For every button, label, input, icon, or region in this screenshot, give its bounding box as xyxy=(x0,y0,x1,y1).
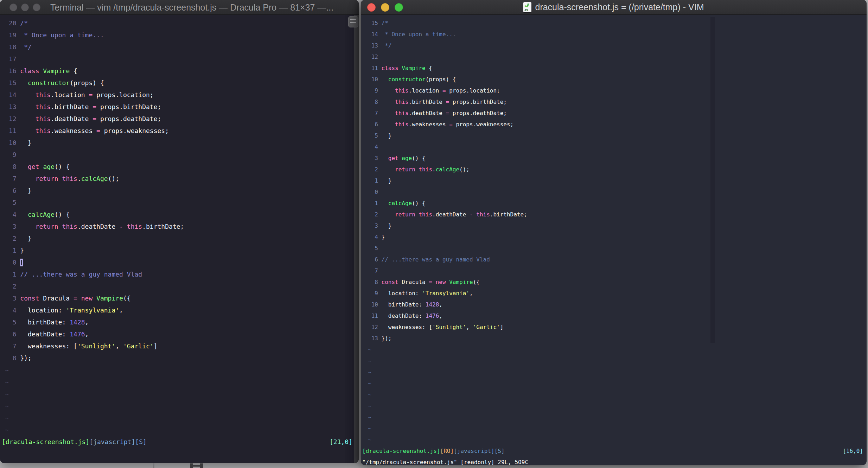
code-line: 8 this.birthDate = props.birthDate; xyxy=(368,96,863,108)
code-line: 4 xyxy=(368,141,863,153)
tilde-line: ~ xyxy=(368,344,863,355)
code-line: 3 } xyxy=(368,220,863,232)
tilde-line: ~ xyxy=(368,400,863,412)
code-line: 3const Dracula = new Vampire({ xyxy=(5,292,352,304)
code-line: 2 xyxy=(5,280,352,292)
code-line: 12 this.deathDate = props.deathDate; xyxy=(5,113,352,125)
code-line: 5 xyxy=(5,197,352,209)
vim-buffer-left[interactable]: 20/*19 * Once upon a time...18 */1716cla… xyxy=(0,15,359,463)
tilde-line: ~ xyxy=(368,378,863,389)
code-line: 8}); xyxy=(5,352,352,364)
code-line: 2 return this.deathDate - this.birthDate… xyxy=(368,209,863,220)
vim-command-line xyxy=(5,448,352,460)
code-line: 5 birthDate: 1428, xyxy=(5,316,352,328)
code-line: 7 xyxy=(368,265,863,277)
desktop-artifact-mark xyxy=(190,463,203,468)
code-line: 4 calcAge() { xyxy=(5,209,352,221)
code-line: 19 * Once upon a time... xyxy=(5,29,352,41)
code-line: 14 this.location = props.location; xyxy=(5,89,352,101)
code-line: 8 get age() { xyxy=(5,161,352,173)
code-line: 5 xyxy=(368,243,863,254)
tilde-line: ~ xyxy=(368,367,863,378)
code-line: 10 constructor(props) { xyxy=(368,74,863,85)
code-line: 2 return this.calcAge(); xyxy=(368,164,863,175)
close-button[interactable] xyxy=(9,4,17,11)
vim-cursor xyxy=(20,259,23,266)
window-title: dracula-screenshot.js = (/private/tmp) -… xyxy=(535,2,704,12)
code-line: 7 weaknesses: ['Sunlight', 'Garlic'] xyxy=(5,340,352,352)
tilde-line: ~ xyxy=(5,424,352,436)
code-line: 15/* xyxy=(368,18,863,29)
code-line: 1// ...there was a guy named Vlad xyxy=(5,268,352,280)
terminal-window: Terminal — vim /tmp/dracula-screenshot.j… xyxy=(0,0,359,463)
vim-command-line: "/tmp/dracula-screenshot.js" [readonly] … xyxy=(362,457,863,465)
code-line: 15 constructor(props) { xyxy=(5,77,352,89)
code-line: 6 } xyxy=(5,185,352,197)
vim-buffer-right[interactable]: 15/*14 * Once upon a time...13 */1211cla… xyxy=(361,15,867,465)
tilde-line: ~ xyxy=(368,423,863,434)
tilde-line: ~ xyxy=(5,364,352,376)
code-line: 16class Vampire { xyxy=(5,65,352,77)
tilde-line: ~ xyxy=(368,434,863,445)
vim-statusline: [dracula-screenshot.js][RO][javascript][… xyxy=(362,445,863,457)
code-line: 7 return this.calcAge(); xyxy=(5,173,352,185)
code-line: 14 * Once upon a time... xyxy=(368,29,863,40)
code-line: 18 */ xyxy=(5,41,352,53)
code-line: 5 } xyxy=(368,130,863,141)
js-document-icon: JS xyxy=(523,2,531,12)
minimize-button[interactable] xyxy=(21,4,29,11)
tilde-line: ~ xyxy=(5,412,352,424)
tilde-line: ~ xyxy=(368,389,863,400)
code-line: 3 get age() { xyxy=(368,153,863,164)
code-line: 2 } xyxy=(5,233,352,245)
code-line: 6// ...there was a guy named Vlad xyxy=(368,254,863,265)
desktop-artifact-line xyxy=(153,463,154,468)
code-line: 12 weaknesses: ['Sunlight', 'Garlic'] xyxy=(368,322,863,333)
tilde-line: ~ xyxy=(5,376,352,388)
code-line: 17 xyxy=(5,53,352,65)
code-line: 7 this.deathDate = props.deathDate; xyxy=(368,108,863,119)
macvim-window: JS dracula-screenshot.js = (/private/tmp… xyxy=(361,0,867,465)
code-line: 13}); xyxy=(368,333,863,344)
code-line: 11 deathDate: 1476, xyxy=(368,310,863,322)
zoom-button[interactable] xyxy=(33,4,40,11)
code-line: 9 xyxy=(5,149,352,161)
code-line: 10 } xyxy=(5,137,352,149)
code-line: 1 calcAge() { xyxy=(368,198,863,209)
window-title: Terminal — vim /tmp/dracula-screenshot.j… xyxy=(50,0,333,15)
code-line: 0 xyxy=(368,186,863,198)
code-line: 4} xyxy=(368,232,863,243)
code-line: 1} xyxy=(5,245,352,257)
code-line: 9 this.location = props.location; xyxy=(368,85,863,96)
tilde-line: ~ xyxy=(368,355,863,367)
tilde-line: ~ xyxy=(5,388,352,400)
tilde-line: ~ xyxy=(5,400,352,412)
code-line: 3 return this.deathDate - this.birthDate… xyxy=(5,221,352,233)
code-line: 6 deathDate: 1476, xyxy=(5,328,352,340)
code-line: 1 } xyxy=(368,175,863,186)
code-line: 4 location: 'Transylvania', xyxy=(5,304,352,316)
code-line: 9 location: 'Transylvania', xyxy=(368,288,863,299)
code-line: 8const Dracula = new Vampire({ xyxy=(368,277,863,288)
code-line: 12 xyxy=(368,51,863,63)
cursor-position-indicator: [16,0] xyxy=(843,445,863,457)
macvim-titlebar[interactable]: JS dracula-screenshot.js = (/private/tmp… xyxy=(361,0,867,15)
code-line: 11 this.weaknesses = props.weaknesses; xyxy=(5,125,352,137)
code-line: 13 this.birthDate = props.birthDate; xyxy=(5,101,352,113)
code-line: 11class Vampire { xyxy=(368,63,863,74)
cursor-position-indicator: [21,0] xyxy=(330,436,352,448)
code-line: 10 birthDate: 1428, xyxy=(368,299,863,310)
code-line: 0 xyxy=(5,257,352,268)
tilde-line: ~ xyxy=(368,412,863,423)
scrollbar-thumb[interactable] xyxy=(710,17,715,343)
code-line: 20/* xyxy=(5,17,352,29)
code-line: 6 this.weaknesses = props.weaknesses; xyxy=(368,119,863,130)
terminal-titlebar[interactable]: Terminal — vim /tmp/dracula-screenshot.j… xyxy=(0,0,359,15)
code-line: 13 */ xyxy=(368,40,863,51)
vim-statusline: [dracula-screenshot.js][javascript][S][2… xyxy=(2,436,352,448)
desktop: { "desktop": { "bg": "#B8B8BA" }, "left_… xyxy=(0,0,868,468)
